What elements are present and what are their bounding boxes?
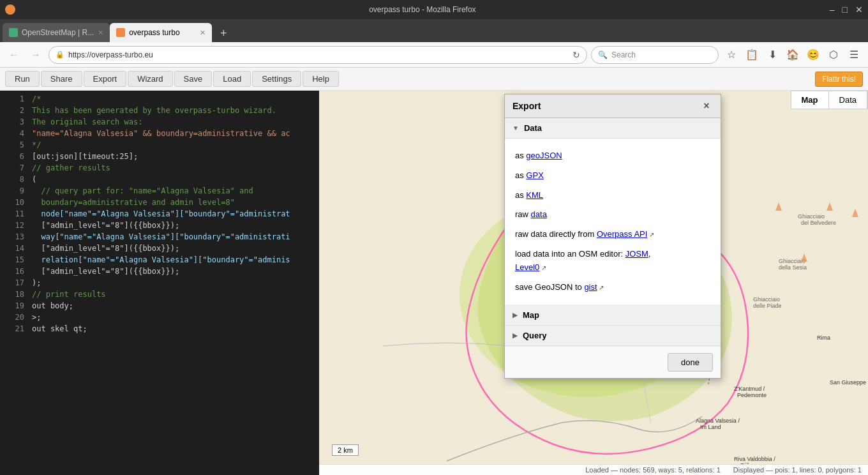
gist-link[interactable]: gist bbox=[584, 282, 597, 292]
status-loaded: Loaded — nodes: 569, ways: 5, relations:… bbox=[585, 466, 721, 474]
run-button[interactable]: Run bbox=[5, 71, 40, 87]
bookmark-star-button[interactable]: ☆ bbox=[722, 46, 740, 64]
search-icon: 🔍 bbox=[598, 50, 608, 59]
level0-ext-icon: ↗ bbox=[539, 264, 546, 271]
code-line-19: 19 out body; bbox=[0, 300, 319, 312]
search-bar[interactable]: 🔍 Search bbox=[591, 46, 719, 64]
status-displayed: Displayed — pois: 1, lines: 0, polygons:… bbox=[733, 466, 862, 474]
modal-title: Export bbox=[513, 101, 541, 111]
nav-bar: ← → 🔒 https://overpass-turbo.eu ↻ 🔍 Sear… bbox=[0, 42, 868, 68]
code-line-7: 7 // gather results bbox=[0, 162, 319, 174]
code-line-14: 14 ["admin_level"="8"]({{bbox}}); bbox=[0, 243, 319, 254]
data-section-label: Data bbox=[524, 123, 542, 133]
app-toolbar: Run Share Export Wizard Save Load Settin… bbox=[0, 68, 868, 91]
svg-text:del Belvedere: del Belvedere bbox=[801, 220, 836, 226]
map-tabs: Map Data bbox=[791, 91, 868, 109]
tab-overpass-favicon bbox=[116, 28, 125, 37]
export-modal: Export × ▼ Data as geoJSON bbox=[504, 94, 721, 379]
map-tab-data[interactable]: Data bbox=[829, 91, 867, 109]
modal-footer: done bbox=[505, 346, 721, 378]
url-bar: 🔒 https://overpass-turbo.eu ↻ bbox=[49, 46, 587, 64]
svg-text:Riva Valdobbia /: Riva Valdobbia / bbox=[734, 456, 775, 462]
modal-close-button[interactable]: × bbox=[700, 100, 713, 112]
overpass-api-link[interactable]: Overpass API bbox=[597, 229, 647, 239]
code-line-4: 4 "name="Alagna Valsesia" && boundary=ad… bbox=[0, 128, 319, 139]
tab-overpass-close[interactable]: ✕ bbox=[200, 29, 206, 37]
map-section-arrow: ▶ bbox=[513, 312, 518, 319]
query-section-arrow: ▶ bbox=[513, 332, 518, 339]
home-button[interactable]: 🏠 bbox=[784, 46, 802, 64]
query-section-header[interactable]: ▶ Query bbox=[505, 326, 721, 346]
svg-text:San Giuseppe: San Giuseppe bbox=[830, 379, 866, 386]
help-button[interactable]: Help bbox=[303, 71, 339, 87]
new-tab-button[interactable]: + bbox=[214, 24, 232, 42]
gpx-link[interactable]: GPX bbox=[526, 170, 543, 180]
kml-link[interactable]: KML bbox=[526, 190, 543, 200]
lock-icon: 🔒 bbox=[56, 50, 64, 59]
code-line-20: 20 >; bbox=[0, 312, 319, 323]
code-line-2: 2 This has been generated by the overpas… bbox=[0, 105, 319, 116]
maximize-button[interactable]: □ bbox=[842, 4, 848, 15]
map-section-header[interactable]: ▶ Map bbox=[505, 305, 721, 326]
title-bar: overpass turbo - Mozilla Firefox – □ ✕ bbox=[0, 0, 868, 19]
avatar-button[interactable]: 😊 bbox=[804, 46, 822, 64]
pocket-button[interactable]: ⬡ bbox=[825, 46, 842, 64]
url-text[interactable]: https://overpass-turbo.eu bbox=[68, 50, 569, 59]
close-button[interactable]: ✕ bbox=[855, 4, 863, 15]
main-area: 1 /* 2 This has been generated by the ov… bbox=[0, 91, 868, 475]
tab-overpass[interactable]: overpass turbo ✕ bbox=[110, 23, 212, 42]
minimize-button[interactable]: – bbox=[830, 4, 835, 15]
data-section-arrow: ▼ bbox=[513, 124, 519, 132]
download-button[interactable]: ⬇ bbox=[763, 46, 781, 64]
code-line-6: 6 [out:json][timeout:25]; bbox=[0, 151, 319, 162]
scale-label: 2 km bbox=[338, 446, 353, 454]
tab-osm-close[interactable]: ✕ bbox=[98, 29, 103, 37]
svg-text:della Sesia: della Sesia bbox=[779, 264, 807, 271]
geojson-row: as geoJSON bbox=[515, 146, 710, 166]
settings-button[interactable]: Settings bbox=[252, 71, 301, 87]
josm-link[interactable]: JOSM bbox=[625, 249, 648, 259]
modal-body: ▼ Data as geoJSON as GPX as KML bbox=[505, 118, 721, 346]
data-section-header[interactable]: ▼ Data bbox=[505, 118, 721, 139]
share-button[interactable]: Share bbox=[41, 71, 82, 87]
reload-button[interactable]: ↻ bbox=[572, 50, 580, 60]
svg-text:Ghiacciaio: Ghiacciaio bbox=[753, 296, 780, 303]
svg-text:Z'Kantmud /: Z'Kantmud / bbox=[734, 386, 765, 392]
save-button[interactable]: Save bbox=[174, 71, 213, 87]
level0-link[interactable]: Level0 bbox=[515, 262, 539, 272]
svg-text:Pedemonte: Pedemonte bbox=[737, 392, 767, 398]
kml-row: as KML bbox=[515, 186, 710, 206]
code-line-15: 15 relation["name"="Alagna Valsesia"]["b… bbox=[0, 254, 319, 266]
tab-overpass-label: overpass turbo bbox=[129, 28, 179, 37]
done-button[interactable]: done bbox=[668, 353, 713, 372]
code-line-10: 10 boundary=administrative and admin lev… bbox=[0, 197, 319, 208]
tab-osm[interactable]: OpenStreetMap | R... ✕ bbox=[3, 23, 110, 42]
forward-button[interactable]: → bbox=[27, 46, 45, 64]
tab-bar: OpenStreetMap | R... ✕ overpass turbo ✕ … bbox=[0, 19, 868, 42]
load-button[interactable]: Load bbox=[213, 71, 251, 87]
map-tab-map[interactable]: Map bbox=[791, 91, 829, 109]
wizard-button[interactable]: Wizard bbox=[128, 71, 172, 87]
overpass-api-ext-icon: ↗ bbox=[647, 231, 654, 238]
export-button[interactable]: Export bbox=[84, 71, 127, 87]
svg-text:Rima: Rima bbox=[817, 335, 830, 341]
back-button[interactable]: ← bbox=[5, 46, 23, 64]
synced-tabs-button[interactable]: 📋 bbox=[743, 46, 761, 64]
overpass-api-row: raw data directly from Overpass API ↗ bbox=[515, 225, 710, 245]
flattr-button[interactable]: Flattr this! bbox=[815, 72, 863, 87]
code-line-5: 5 */ bbox=[0, 139, 319, 151]
raw-data-link[interactable]: data bbox=[531, 209, 547, 219]
geojson-link[interactable]: geoJSON bbox=[526, 151, 562, 160]
menu-button[interactable]: ☰ bbox=[845, 46, 863, 64]
status-bar: Loaded — nodes: 569, ways: 5, relations:… bbox=[319, 464, 868, 475]
svg-text:delle Piade: delle Piade bbox=[753, 303, 782, 309]
map-area: Ghiacciaio del Belvedere Ghiacciaio dell… bbox=[319, 91, 868, 475]
code-editor: 1 /* 2 This has been generated by the ov… bbox=[0, 91, 319, 475]
nav-icons: ☆ 📋 ⬇ 🏠 😊 ⬡ ☰ bbox=[722, 46, 863, 64]
code-line-13: 13 way["name"="Alagna Valsesia"]["bounda… bbox=[0, 231, 319, 243]
tab-osm-favicon bbox=[9, 28, 18, 37]
search-placeholder: Search bbox=[611, 50, 636, 59]
gpx-row: as GPX bbox=[515, 166, 710, 186]
browser-icon bbox=[5, 4, 15, 15]
code-line-16: 16 ["admin_level"="8"]({{bbox}}); bbox=[0, 266, 319, 277]
